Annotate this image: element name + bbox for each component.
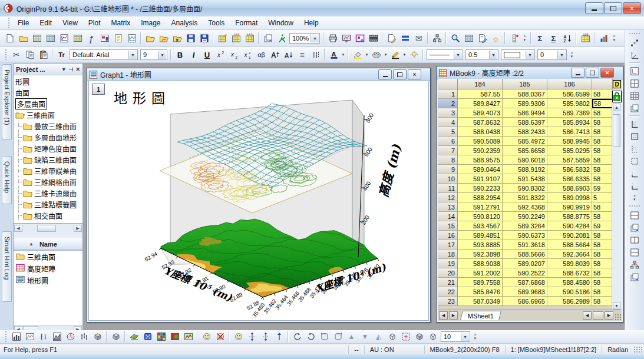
tile-horizontal-icon[interactable]: [628, 234, 642, 246]
matrix-cell[interactable]: 587.55: [458, 89, 503, 99]
matrix-cell[interactable]: 590.5186: [547, 287, 592, 297]
fit-frame-icon[interactable]: [399, 331, 412, 343]
nine-panel-icon[interactable]: [628, 89, 642, 102]
color-dropdown-icon[interactable]: ▾: [341, 49, 346, 61]
graph-window-titlebar[interactable]: Graph1 - 地形圖 ✕: [87, 68, 430, 81]
row-header[interactable]: 19: [438, 259, 458, 268]
3d-colormap-surface-icon[interactable]: [127, 331, 141, 343]
matrix-cell-partial[interactable]: 58: [592, 240, 613, 250]
scroll-down-icon[interactable]: ▼: [613, 302, 620, 310]
new-notes-icon[interactable]: [111, 32, 125, 45]
tree-folder-item[interactable]: 矩陣色度曲面: [14, 143, 82, 154]
row-header[interactable]: 3: [438, 108, 458, 118]
mask-range-icon[interactable]: [200, 331, 213, 343]
matrix-cell-partial[interactable]: 58: [592, 146, 613, 155]
maximize-button[interactable]: [604, 2, 622, 14]
row-header[interactable]: 18: [438, 250, 458, 259]
matrix-cell[interactable]: 590.9919: [547, 202, 592, 212]
matrix-cell[interactable]: 588.8775: [547, 212, 592, 221]
list-item[interactable]: 三維曲面: [14, 251, 82, 262]
edit-page-icon[interactable]: [385, 32, 398, 45]
list-item[interactable]: 地形圖: [14, 274, 82, 286]
new-3d-graph-icon[interactable]: [125, 32, 138, 45]
statistics-row-icon[interactable]: Σ: [547, 32, 560, 45]
column-header-partial[interactable]: [592, 79, 613, 89]
align-columns-button[interactable]: [309, 49, 322, 61]
matrix-cell[interactable]: 590.8120: [458, 212, 503, 221]
graph-restore-button[interactable]: [393, 69, 407, 79]
matrix-cell-partial[interactable]: 58: [592, 89, 613, 99]
matrix-table[interactable]: 1841851861587.55588.0367586.6599582589.8…: [438, 79, 622, 306]
rotate-cw-icon[interactable]: [304, 331, 318, 343]
matrix-cell[interactable]: 590.2233: [458, 184, 503, 193]
tree-item-selected[interactable]: 多层曲面: [15, 98, 47, 109]
extract-layers-icon[interactable]: [628, 102, 642, 114]
align-left-button[interactable]: ≡: [295, 49, 309, 61]
toolbar-grip[interactable]: [5, 331, 8, 343]
row-header[interactable]: 22: [438, 287, 458, 297]
tilt-right-icon[interactable]: [331, 331, 345, 343]
matrix-cell-partial[interactable]: 58: [592, 155, 613, 165]
corner-cell[interactable]: [438, 79, 458, 89]
palette-button[interactable]: [369, 49, 383, 61]
matrix-cell-partial[interactable]: 58: [592, 259, 613, 268]
tile-vertical-icon[interactable]: [628, 246, 642, 258]
set-values-icon[interactable]: 123: [579, 32, 592, 45]
matrix-cell-partial[interactable]: 58: [592, 174, 613, 184]
tree-folder-item[interactable]: 三維點標籤圖: [14, 199, 82, 210]
image-plot-icon[interactable]: [168, 331, 181, 343]
matrix-cell[interactable]: 587.8632: [458, 118, 503, 127]
scatter-matrix-icon[interactable]: [628, 36, 642, 49]
matrix-image-plot-icon[interactable]: [154, 331, 168, 343]
mail-icon[interactable]: ✉: [412, 32, 425, 45]
matrix-cell[interactable]: 590.8302: [503, 184, 547, 193]
status-resize-grip[interactable]: [633, 346, 643, 354]
tree-folder-item[interactable]: 三維帶誤差曲: [14, 165, 82, 177]
row-header[interactable]: 2: [438, 99, 458, 108]
row-header[interactable]: 5: [438, 127, 458, 137]
matrix-cell[interactable]: 586.7413: [547, 127, 592, 137]
add-layer-icon[interactable]: [628, 65, 642, 77]
row-header[interactable]: 7: [438, 146, 458, 155]
new-layout-icon[interactable]: [98, 32, 111, 45]
row-header[interactable]: 14: [438, 212, 458, 221]
graph-minimize-button[interactable]: [378, 69, 392, 79]
import-ascii-icon[interactable]: 123: [229, 32, 243, 45]
side-tab-quick-help[interactable]: Quick Help: [2, 156, 12, 204]
matrix-cell[interactable]: 590.5089: [458, 137, 503, 146]
rounding-select[interactable]: 0▼: [537, 49, 567, 60]
lighting-button[interactable]: [407, 49, 421, 61]
menu-view[interactable]: View: [57, 17, 83, 29]
line-style-select[interactable]: ▼: [427, 49, 463, 60]
matrix-cell[interactable]: 593.4567: [458, 221, 503, 231]
image-capture-icon[interactable]: [353, 32, 366, 45]
matrix-cell[interactable]: 589.0207: [503, 259, 547, 268]
matrix-cell[interactable]: 590.6018: [503, 155, 547, 165]
name-list-header[interactable]: ▲ Name: [14, 238, 82, 250]
dotted-box-frame-icon[interactable]: [628, 155, 642, 167]
matrix-cell-partial[interactable]: 58: [592, 118, 613, 127]
merge-layers-icon[interactable]: [628, 271, 642, 283]
font-select[interactable]: Default: Arial▼: [70, 49, 138, 60]
resize-grip[interactable]: [615, 314, 621, 320]
greek-button[interactable]: αβ: [255, 49, 268, 61]
toolbar-overflow-icon[interactable]: »▾: [568, 49, 576, 61]
matrix-cell[interactable]: 588.4580: [547, 278, 592, 287]
matrix-cell[interactable]: 588.2954: [458, 193, 503, 202]
minimize-button[interactable]: [585, 2, 603, 14]
matrix-cell[interactable]: 586.2989: [547, 297, 592, 306]
tree-horizontal-scrollbar[interactable]: ◀ ▶: [14, 224, 82, 232]
underline-button[interactable]: U: [200, 49, 214, 61]
new-folder-icon[interactable]: [16, 32, 30, 45]
perspective-icon[interactable]: [385, 331, 399, 343]
paste-icon[interactable]: [37, 49, 50, 61]
polar-plot-icon[interactable]: [64, 331, 77, 343]
open-icon[interactable]: [143, 32, 157, 45]
save-project-icon[interactable]: [184, 32, 197, 45]
rotate-ccw-icon[interactable]: [290, 331, 304, 343]
increase-3d-box-icon[interactable]: [412, 331, 426, 343]
3d-template-icon[interactable]: [91, 331, 104, 343]
project-folder-tree[interactable]: 形圖曲面多层曲面三維曲面曡放三維曲面多層曲面地形矩陣色度曲面缺陷三維曲面三維帶誤…: [14, 75, 82, 224]
matrix-cell[interactable]: 589.9683: [503, 287, 547, 297]
menu-tools[interactable]: Tools: [203, 17, 230, 29]
